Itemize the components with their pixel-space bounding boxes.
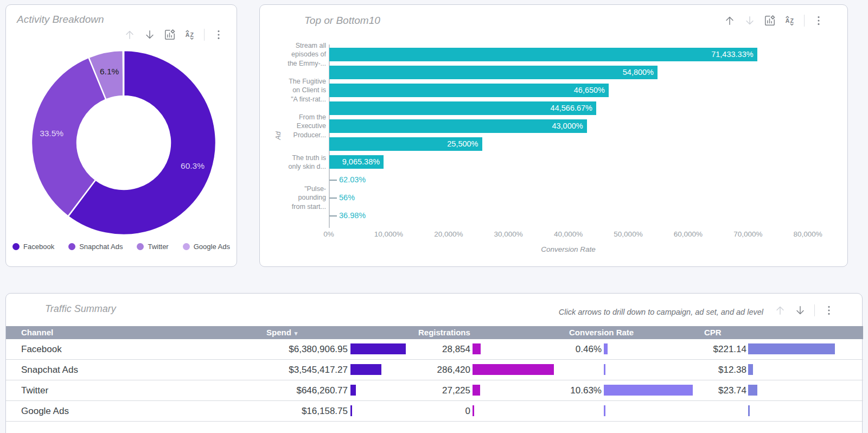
x-axis-title: Conversion Rate (329, 245, 808, 253)
kebab-menu-icon[interactable] (813, 15, 825, 27)
table-row-twitter[interactable]: Twitter$646,260.7727,22510.63%$23.74 (6, 380, 863, 401)
top-or-bottom10-card: Top or Bottom10 AZ Ad Stream allepisodes… (259, 4, 848, 267)
legend-item-facebook[interactable]: Facebook (12, 243, 54, 251)
bar-value-label: 43,000% (552, 119, 583, 133)
spend-value: $16,158.75 (212, 401, 348, 421)
channel-cell: Google Ads (21, 401, 69, 421)
sort-az-icon[interactable]: AZ (184, 29, 196, 41)
kebab-menu-icon[interactable] (823, 304, 835, 316)
legend-item-snapchat-ads[interactable]: Snapchat Ads (68, 243, 123, 251)
bar-3[interactable]: 46,650% (329, 84, 609, 97)
legend-label: Google Ads (194, 243, 230, 251)
svg-text:A: A (786, 17, 790, 24)
table-header-row: Channel Spend▾ Registrations Conversion … (6, 326, 863, 339)
svg-text:Z: Z (790, 17, 794, 24)
donut-slice-label: 33.5% (40, 129, 63, 138)
x-axis-tick-label: 40,000% (541, 230, 596, 238)
cpr-bar (748, 364, 753, 375)
bar-value-label: 9,065.38% (342, 155, 380, 169)
registrations-value: 28,854 (335, 339, 470, 359)
legend-item-twitter[interactable]: Twitter (137, 243, 168, 251)
bar-value-label: 44,566.67% (551, 101, 592, 115)
y-axis-category-label: From theExecutiveProducer... (260, 113, 326, 140)
x-axis-tick-label: 30,000% (481, 230, 535, 238)
x-axis-tick-label: 0% (302, 230, 356, 238)
bar-tick (329, 215, 337, 217)
drill-down-icon[interactable] (144, 29, 156, 41)
spend-value: $3,545,417.27 (212, 360, 348, 380)
column-header-conversion-rate[interactable]: Conversion Rate (569, 326, 634, 339)
drill-down-icon[interactable] (794, 304, 806, 316)
bar-7[interactable]: 9,065.38% (329, 155, 384, 169)
conversion_rate-bar (604, 405, 605, 416)
bar-4[interactable]: 44,566.67% (329, 101, 596, 115)
conversion_rate-value: 0.46% (466, 339, 602, 359)
x-axis-tick-label: 50,000% (601, 230, 655, 238)
bar-value-label: 36.98% (339, 209, 366, 222)
toolbar-divider (814, 304, 815, 316)
column-header-registrations[interactable]: Registrations (418, 326, 470, 339)
drill-hint-text: Click arrows to drill down to campaign, … (559, 308, 763, 316)
column-header-cpr[interactable]: CPR (704, 326, 722, 339)
legend-label: Twitter (148, 243, 168, 251)
drill-down-icon[interactable] (744, 15, 756, 27)
conversion_rate-value: 10.63% (466, 380, 602, 400)
donut-chart[interactable]: 60.3%33.5%6.1% (26, 45, 221, 240)
column-header-channel[interactable]: Channel (21, 326, 53, 339)
legend-label: Facebook (23, 243, 54, 251)
registrations-value: 286,420 (335, 360, 470, 380)
drill-up-icon[interactable] (724, 15, 736, 27)
cpr-bar (748, 405, 750, 416)
cpr-value: $221.14 (611, 339, 746, 359)
registrations-bar (473, 364, 554, 375)
bar-value-label: 56% (339, 191, 355, 205)
card-toolbar (774, 304, 835, 316)
bar-1[interactable]: 71,433.33% (329, 48, 757, 61)
toolbar-divider (204, 29, 205, 41)
cpr-value: $23.74 (611, 380, 746, 400)
x-axis-tick-label: 70,000% (721, 230, 775, 238)
legend-item-google-ads[interactable]: Google Ads (183, 243, 230, 251)
y-axis-category-label: The truth isonly skin d... (260, 153, 326, 171)
chart-settings-icon[interactable] (764, 15, 776, 27)
kebab-menu-icon[interactable] (213, 29, 225, 41)
x-axis-tick-label: 20,000% (422, 230, 476, 238)
bar-value-label: 54,800% (623, 66, 654, 79)
card-title: Traffic Summary (45, 303, 116, 315)
legend-label: Snapchat Ads (79, 243, 123, 251)
donut-slice-label: 60.3% (181, 161, 205, 170)
table-row-google-ads[interactable]: Google Ads$16,158.750 (6, 401, 863, 422)
bar-2[interactable]: 54,800% (329, 66, 658, 79)
bar-6[interactable]: 25,500% (329, 137, 482, 151)
donut-slice-google-ads[interactable] (123, 50, 124, 96)
drill-up-icon[interactable] (774, 304, 786, 316)
bar-5[interactable]: 43,000% (329, 119, 587, 133)
drill-up-icon[interactable] (124, 29, 136, 41)
column-header-spend[interactable]: Spend▾ (266, 326, 297, 340)
legend-dot (68, 243, 75, 250)
x-axis-tick-label: 60,000% (661, 230, 715, 238)
table-row-facebook[interactable]: Facebook$6,380,906.9528,8540.46%$221.14 (6, 339, 863, 360)
conversion_rate-bar (604, 364, 605, 375)
sort-az-icon[interactable]: AZ (784, 15, 796, 27)
legend-dot (12, 243, 20, 250)
donut-slice-label: 6.1% (100, 67, 119, 76)
chart-settings-icon[interactable] (164, 29, 176, 41)
bar-tick (329, 180, 337, 181)
legend-dot (183, 243, 190, 250)
table-row-snapchat-ads[interactable]: Snapchat Ads$3,545,417.27286,420$12.38 (6, 360, 863, 380)
x-axis-tick-label: 10,000% (361, 230, 416, 238)
y-axis-category-label: Stream allepisodes ofthe Emmy-... (260, 41, 326, 68)
channel-cell: Twitter (21, 380, 48, 400)
registrations-value: 27,225 (335, 380, 470, 400)
bar-value-label: 46,650% (574, 84, 605, 97)
toolbar-divider (804, 15, 805, 27)
table-body: Facebook$6,380,906.9528,8540.46%$221.14S… (6, 339, 863, 422)
donut-legend: FacebookSnapchat AdsTwitterGoogle Ads (6, 243, 237, 251)
activity-breakdown-card: Activity Breakdown AZ 60.3%33.5%6.1% Fac… (5, 4, 237, 267)
registrations-bar (473, 405, 474, 416)
svg-text:Z: Z (190, 31, 194, 38)
spend-value: $646,260.77 (212, 380, 348, 400)
spend-value: $6,380,906.95 (212, 339, 348, 359)
sort-desc-icon: ▾ (295, 330, 298, 336)
